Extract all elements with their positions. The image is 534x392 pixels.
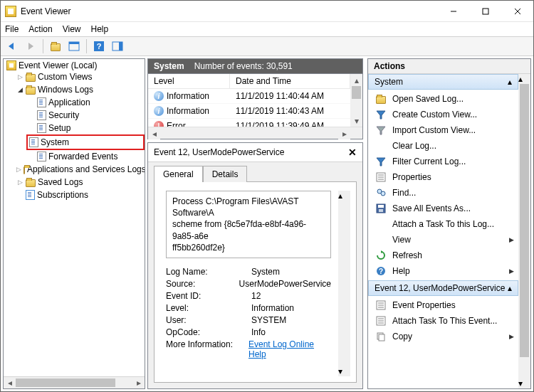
tree-custom-views[interactable]: ▷Custom Views [15, 70, 145, 83]
menu-bar: File Action View Help [1, 22, 533, 36]
link-online-help[interactable]: Event Log Online Help [248, 339, 314, 359]
filter-icon [376, 157, 386, 166]
tab-general[interactable]: General [154, 166, 203, 182]
tree-saved-logs[interactable]: ▷Saved Logs [15, 176, 145, 189]
toolbar-open-icon[interactable] [47, 38, 64, 54]
expand-icon[interactable]: ▷ [16, 70, 23, 83]
app-icon [5, 6, 16, 17]
svg-rect-7 [69, 42, 79, 44]
folder-icon [376, 96, 386, 104]
forward-button[interactable] [22, 38, 39, 54]
svg-rect-22 [378, 205, 384, 208]
tree-horizontal-scrollbar[interactable]: ◂▸ [4, 376, 145, 388]
events-header-title: System [154, 61, 184, 71]
toolbar-help-icon[interactable]: ? [90, 38, 108, 54]
svg-marker-14 [377, 158, 385, 166]
label-event-id: Event ID: [166, 291, 251, 301]
tree-application[interactable]: Application [26, 96, 145, 109]
tree-root[interactable]: Event Viewer (Local) [4, 60, 145, 70]
action-attach-task-to-this-event[interactable]: Attach Task To This Event... [368, 313, 518, 329]
grid-vertical-scrollbar[interactable]: ▴▾ [350, 74, 362, 127]
save-icon [376, 203, 386, 213]
action-refresh[interactable]: Refresh [368, 248, 518, 263]
value-source: UserModePowerService [239, 279, 331, 289]
action-label: Copy [392, 332, 503, 341]
collapse-icon: ▴ [508, 77, 512, 87]
properties-icon [376, 316, 386, 326]
toolbar-panel-icon[interactable] [66, 38, 83, 54]
close-button[interactable] [501, 1, 533, 21]
detail-close-icon[interactable]: ✕ [348, 147, 357, 158]
actions-section-event[interactable]: Event 12, UserModePowerService▴ [368, 280, 518, 296]
detail-title: Event 12, UserModePowerService [154, 147, 348, 157]
svg-rect-36 [379, 334, 384, 341]
back-button[interactable] [4, 38, 21, 54]
svg-marker-4 [9, 43, 14, 50]
action-copy[interactable]: Copy▶ [368, 329, 518, 344]
detail-vertical-scrollbar[interactable]: ▴▾ [338, 191, 350, 376]
app-window: Event Viewer File Action View Help ? Ev [0, 0, 534, 392]
cell-level: Information [167, 91, 209, 101]
cell-date: 11/1/2019 11:40:43 AM [230, 104, 350, 118]
event-message: Process C:\Program Files\AVAST Software\… [166, 191, 331, 258]
action-find[interactable]: Find... [368, 185, 518, 201]
action-open-saved-log[interactable]: Open Saved Log... [368, 91, 518, 107]
tree-subscriptions[interactable]: Subscriptions [15, 189, 145, 201]
help-icon: ? [376, 266, 386, 276]
action-help[interactable]: ?Help▶ [368, 263, 518, 279]
table-row[interactable]: iInformation11/1/2019 11:40:43 AM [148, 104, 350, 119]
svg-marker-12 [377, 111, 385, 119]
toolbar: ? [1, 36, 533, 56]
menu-view[interactable]: View [63, 24, 81, 34]
action-view[interactable]: View▶ [368, 232, 518, 248]
action-filter-current-log[interactable]: Filter Current Log... [368, 154, 518, 169]
window-title: Event Viewer [21, 6, 437, 16]
minimize-button[interactable] [437, 1, 469, 21]
menu-file[interactable]: File [5, 24, 19, 34]
action-attach-a-task-to-this-log[interactable]: Attach a Task To this Log... [368, 216, 518, 232]
tree-setup[interactable]: Setup [26, 122, 145, 134]
action-create-custom-view[interactable]: Create Custom View... [368, 107, 518, 122]
action-import-custom-view[interactable]: Import Custom View... [368, 122, 518, 138]
toolbar-panel2-icon[interactable] [109, 38, 126, 54]
action-label: Attach a Task To this Log... [392, 219, 514, 229]
tree-windows-logs[interactable]: ◢Windows Logs [15, 83, 145, 96]
collapse-icon: ▴ [508, 283, 512, 293]
tree-pane: Event Viewer (Local) ▷Custom Views ◢Wind… [3, 58, 145, 389]
label-opcode: OpCode: [166, 327, 251, 337]
svg-marker-13 [377, 127, 385, 134]
expand-icon[interactable]: ▷ [16, 163, 21, 176]
tree-apps-services[interactable]: ▷Applications and Services Logs [15, 163, 145, 176]
svg-rect-1 [483, 9, 488, 14]
label-level: Level: [166, 303, 251, 313]
actions-section-system[interactable]: System▴ [368, 74, 518, 90]
tree-root-label: Event Viewer (Local) [19, 60, 98, 70]
events-count: Number of events: 30,591 [194, 61, 293, 71]
maximize-button[interactable] [469, 1, 501, 21]
actions-vertical-scrollbar[interactable]: ▴▾ [518, 74, 530, 388]
refresh-icon [376, 250, 386, 260]
tab-details[interactable]: Details [203, 166, 248, 182]
action-properties[interactable]: Properties [368, 169, 518, 185]
tree-system[interactable]: System [26, 134, 145, 150]
action-clear-log[interactable]: Clear Log... [368, 138, 518, 154]
tree-security[interactable]: Security [26, 109, 145, 122]
tree-forwarded[interactable]: Forwarded Events [26, 150, 145, 163]
col-level[interactable]: Level [148, 74, 230, 88]
table-row[interactable]: iInformation11/1/2019 11:40:44 AM [148, 89, 350, 104]
grid-horizontal-scrollbar[interactable]: ◂▸ [148, 127, 362, 139]
svg-text:?: ? [97, 42, 102, 51]
label-more-info: More Information: [166, 339, 248, 359]
menu-help[interactable]: Help [91, 24, 109, 34]
col-date[interactable]: Date and Time [230, 74, 350, 88]
svg-text:?: ? [379, 267, 383, 275]
value-log-name: System [251, 267, 280, 277]
action-save-all-events-as[interactable]: Save All Events As... [368, 201, 518, 216]
expand-icon[interactable]: ▷ [16, 176, 23, 189]
menu-action[interactable]: Action [28, 24, 52, 34]
collapse-icon[interactable]: ◢ [16, 83, 23, 96]
label-source: Source: [166, 279, 239, 289]
properties-icon [376, 172, 386, 182]
action-event-properties[interactable]: Event Properties [368, 297, 518, 313]
properties-icon [376, 300, 386, 310]
